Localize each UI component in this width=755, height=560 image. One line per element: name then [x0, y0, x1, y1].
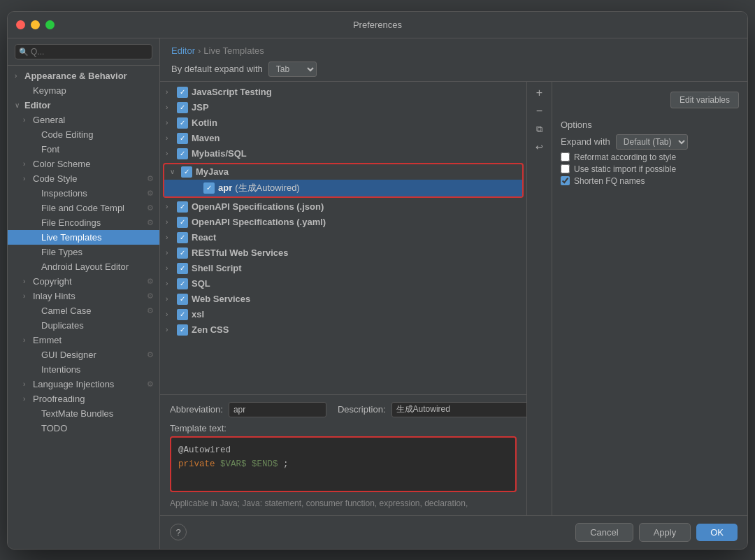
- tpl-group-web-services[interactable]: › ✓ Web Services: [160, 292, 526, 307]
- tpl-group-js-testing[interactable]: › ✓ JavaScript Testing: [160, 85, 526, 100]
- remove-button[interactable]: −: [531, 103, 548, 120]
- tpl-label: Mybatis/SQL: [192, 148, 247, 159]
- help-button[interactable]: ?: [170, 524, 187, 540]
- sidebar-item-font[interactable]: Font: [8, 142, 159, 157]
- tpl-group-openapi-json[interactable]: › ✓ OpenAPI Specifications (.json): [160, 199, 526, 215]
- tpl-group-restful[interactable]: › ✓ RESTful Web Services: [160, 245, 526, 261]
- ok-button[interactable]: OK: [696, 524, 738, 541]
- sidebar-item-gui-designer[interactable]: GUI Designer ⚙: [8, 347, 159, 362]
- sidebar-item-label: Inspections: [41, 188, 87, 199]
- edit-variables-button[interactable]: Edit variables: [670, 92, 739, 108]
- minimize-button[interactable]: [31, 20, 40, 29]
- template-text-row: @Autowired private $VAR$ $END$ ;: [170, 436, 517, 492]
- tpl-group-zen-css[interactable]: › ✓ Zen CSS: [160, 322, 526, 338]
- gear-icon: ⚙: [147, 174, 154, 183]
- cancel-button[interactable]: Cancel: [575, 523, 633, 542]
- sidebar-item-label: Editor: [24, 100, 51, 110]
- sidebar-item-color-scheme[interactable]: › Color Scheme: [8, 157, 159, 171]
- gear-icon: ⚙: [147, 380, 154, 389]
- sidebar-item-language-injections[interactable]: › Language Injections ⚙: [8, 377, 159, 392]
- checkbox-icon: ✓: [181, 166, 192, 178]
- abbr-label: Abbreviation:: [170, 404, 223, 415]
- description-input[interactable]: [391, 402, 526, 417]
- sidebar-item-camel-case[interactable]: Camel Case ⚙: [8, 303, 159, 318]
- sidebar-item-label: Font: [41, 144, 59, 155]
- tpl-group-maven[interactable]: › ✓ Maven: [160, 131, 526, 146]
- sidebar-item-proofreading[interactable]: › Proofreading: [8, 392, 159, 406]
- options-label: Options: [561, 120, 739, 130]
- sidebar-item-label: Proofreading: [33, 394, 85, 404]
- checkbox-icon: ✓: [177, 324, 188, 336]
- tpl-group-mybatis[interactable]: › ✓ Mybatis/SQL: [160, 146, 526, 161]
- maximize-button[interactable]: [45, 20, 55, 29]
- sidebar-item-todo[interactable]: TODO: [8, 421, 159, 436]
- sidebar-item-file-types[interactable]: File Types: [8, 245, 159, 259]
- tpl-group-sql[interactable]: › ✓ SQL: [160, 276, 526, 292]
- tpl-item-apr[interactable]: ✓ apr (生成Autowired): [164, 180, 522, 196]
- left-col: › ✓ JavaScript Testing › ✓ JSP ›: [160, 82, 526, 515]
- sidebar-item-intentions[interactable]: Intentions: [8, 362, 159, 377]
- tpl-group-shell[interactable]: › ✓ Shell Script: [160, 261, 526, 276]
- sidebar-tree: › Appearance & Behavior Keymap ∨ Editor …: [8, 66, 159, 549]
- apply-button[interactable]: Apply: [639, 523, 691, 542]
- sidebar-item-label: File Types: [41, 247, 82, 257]
- tpl-group-jsp[interactable]: › ✓ JSP: [160, 100, 526, 115]
- undo-button[interactable]: ↩: [531, 139, 548, 156]
- breadcrumb-editor[interactable]: Editor: [171, 45, 195, 56]
- static-import-checkbox[interactable]: [561, 164, 570, 173]
- gear-icon: ⚙: [147, 306, 154, 315]
- sidebar-item-textmate[interactable]: TextMate Bundles: [8, 406, 159, 421]
- template-text-editor[interactable]: @Autowired private $VAR$ $END$ ;: [170, 436, 517, 492]
- sidebar-item-live-templates[interactable]: Live Templates: [8, 230, 159, 245]
- sidebar-item-label: Language Injections: [33, 379, 114, 389]
- sidebar-item-editor[interactable]: ∨ Editor: [8, 98, 159, 113]
- expand-with-label: Expand with: [561, 136, 610, 147]
- sidebar-item-general[interactable]: › General: [8, 113, 159, 127]
- arrow-icon: ›: [166, 326, 177, 333]
- sidebar-item-label: Intentions: [41, 364, 80, 375]
- sidebar-item-inspections[interactable]: Inspections ⚙: [8, 186, 159, 201]
- reformat-checkbox[interactable]: [561, 152, 570, 161]
- arrow-icon: ›: [15, 72, 24, 80]
- tpl-group-xsl[interactable]: › ✓ xsl: [160, 307, 526, 322]
- close-button[interactable]: [16, 20, 25, 29]
- expand-select[interactable]: Tab Enter Space: [268, 62, 317, 77]
- tpl-group-myjava[interactable]: ∨ ✓ MyJava: [164, 164, 522, 180]
- tpl-label: xsl: [192, 309, 204, 320]
- right-toolbar: + − ⧉ ↩: [526, 82, 552, 515]
- tpl-group-openapi-yaml[interactable]: › ✓ OpenAPI Specifications (.yaml): [160, 215, 526, 230]
- gear-icon: ⚙: [147, 189, 154, 198]
- template-text-label: Template text:: [170, 423, 226, 433]
- sidebar-item-copyright[interactable]: › Copyright ⚙: [8, 274, 159, 289]
- breadcrumb-sep: ›: [198, 45, 201, 56]
- sidebar-item-appearance[interactable]: › Appearance & Behavior: [8, 69, 159, 83]
- sidebar-item-emmet[interactable]: › Emmet: [8, 333, 159, 347]
- sidebar-item-code-style[interactable]: › Code Style ⚙: [8, 171, 159, 186]
- copy-button[interactable]: ⧉: [531, 121, 548, 138]
- sidebar-item-file-code-templ[interactable]: File and Code Templ ⚙: [8, 201, 159, 215]
- sidebar-item-code-editing[interactable]: Code Editing: [8, 127, 159, 142]
- sidebar-item-label: Duplicates: [41, 320, 84, 331]
- checkbox-icon: ✓: [177, 247, 188, 259]
- sidebar-item-android-layout[interactable]: Android Layout Editor: [8, 259, 159, 274]
- sidebar-item-label: Appearance & Behavior: [24, 71, 127, 81]
- sidebar-item-inlay-hints[interactable]: › Inlay Hints ⚙: [8, 289, 159, 303]
- tpl-label: OpenAPI Specifications (.json): [192, 201, 324, 212]
- search-input[interactable]: [15, 44, 152, 59]
- add-button[interactable]: +: [531, 85, 548, 101]
- tpl-label: React: [192, 232, 216, 243]
- sidebar-item-label: Live Templates: [41, 232, 101, 243]
- shorten-fq-checkbox[interactable]: [561, 176, 570, 185]
- tpl-group-kotlin[interactable]: › ✓ Kotlin: [160, 115, 526, 131]
- abbreviation-input[interactable]: [229, 402, 326, 417]
- expand-with-select[interactable]: Default (Tab) Tab Enter Space: [616, 134, 688, 150]
- checkbox-icon: ✓: [177, 133, 188, 144]
- desc-label: Description:: [338, 404, 386, 415]
- sidebar-item-file-encodings[interactable]: File Encodings ⚙: [8, 215, 159, 230]
- abbr-desc-row: Abbreviation: Description:: [170, 402, 517, 417]
- sidebar-item-keymap[interactable]: Keymap: [8, 83, 159, 98]
- sidebar-item-duplicates[interactable]: Duplicates: [8, 318, 159, 333]
- window-title: Preferences: [353, 20, 402, 30]
- tpl-group-react[interactable]: › ✓ React: [160, 230, 526, 245]
- search-icon: 🔍: [19, 47, 29, 56]
